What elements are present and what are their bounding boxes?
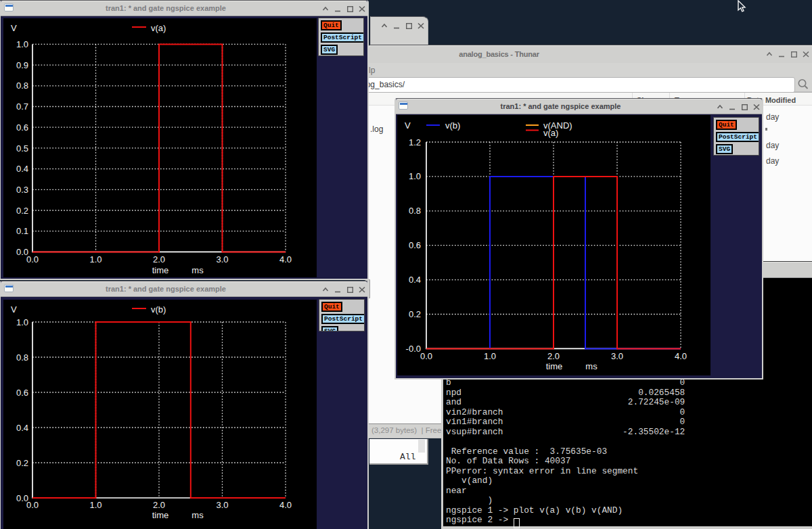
- svg-text:4.0: 4.0: [279, 254, 292, 264]
- svg-text:4.0: 4.0: [279, 500, 292, 510]
- svg-text:-0.0: -0.0: [406, 344, 421, 354]
- svg-text:ms: ms: [191, 510, 204, 520]
- svg-text:0.4: 0.4: [16, 423, 28, 433]
- svg-text:1.0: 1.0: [16, 317, 28, 327]
- svg-text:v(a): v(a): [543, 128, 558, 138]
- svg-text:0.2: 0.2: [16, 206, 28, 216]
- svg-text:0.3: 0.3: [16, 185, 28, 195]
- svg-text:3.0: 3.0: [216, 500, 228, 510]
- svg-text:0.0: 0.0: [420, 351, 432, 361]
- svg-text:1.0: 1.0: [16, 39, 28, 49]
- svg-text:4.0: 4.0: [675, 351, 687, 361]
- svg-text:V: V: [11, 304, 17, 315]
- svg-text:2.0: 2.0: [153, 500, 165, 510]
- svg-text:0.0: 0.0: [26, 500, 39, 510]
- svg-text:v(b): v(b): [445, 120, 460, 131]
- svg-text:ms: ms: [585, 361, 597, 371]
- svg-text:V: V: [11, 23, 17, 33]
- svg-text:0.5: 0.5: [16, 143, 28, 154]
- svg-text:3.0: 3.0: [611, 351, 623, 361]
- svg-text:time: time: [152, 510, 169, 520]
- svg-text:0.6: 0.6: [16, 122, 28, 133]
- svg-text:V: V: [405, 120, 411, 131]
- svg-text:0.8: 0.8: [409, 206, 421, 216]
- svg-text:2.0: 2.0: [547, 351, 560, 361]
- svg-text:1.0: 1.0: [409, 171, 421, 181]
- svg-text:0.1: 0.1: [16, 226, 28, 236]
- svg-text:0.0: 0.0: [26, 254, 39, 264]
- svg-text:1.0: 1.0: [89, 254, 102, 264]
- svg-text:0.6: 0.6: [16, 388, 28, 398]
- svg-text:v(a): v(a): [151, 23, 166, 33]
- svg-text:1.0: 1.0: [484, 351, 496, 361]
- svg-text:time: time: [152, 265, 169, 275]
- svg-text:v(b): v(b): [151, 304, 166, 315]
- svg-text:0.2: 0.2: [409, 309, 421, 319]
- svg-text:0.2: 0.2: [16, 458, 28, 468]
- svg-text:0.9: 0.9: [16, 60, 28, 70]
- svg-text:0.7: 0.7: [16, 101, 28, 112]
- svg-text:3.0: 3.0: [216, 254, 228, 264]
- svg-text:0.8: 0.8: [16, 352, 28, 363]
- svg-text:0.8: 0.8: [16, 80, 28, 91]
- svg-text:0.4: 0.4: [409, 275, 421, 285]
- svg-text:2.0: 2.0: [153, 254, 165, 264]
- svg-text:ms: ms: [191, 265, 204, 275]
- svg-text:time: time: [546, 361, 563, 371]
- svg-text:0.4: 0.4: [16, 164, 28, 174]
- svg-text:1.2: 1.2: [409, 137, 421, 147]
- svg-text:1.0: 1.0: [89, 500, 102, 510]
- svg-text:0.6: 0.6: [409, 240, 421, 250]
